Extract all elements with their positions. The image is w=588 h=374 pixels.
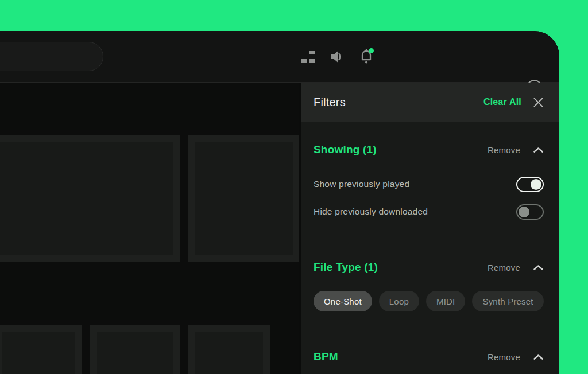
filter-section-bpm: BPM Remove — [301, 332, 559, 374]
remove-filter-button[interactable]: Remove — [488, 263, 520, 272]
toggle-show-previously-played[interactable] — [516, 177, 544, 192]
filters-panel: Filters Clear All Showing (1) — [299, 83, 559, 374]
chip-loop[interactable]: Loop — [379, 291, 419, 311]
toggle-label: Show previously played — [314, 179, 409, 189]
notifications-bell-icon[interactable] — [358, 48, 374, 66]
filter-section-file-type: File Type (1) Remove One-Shot Loop MIDI … — [301, 241, 559, 332]
app-window: Credits 1639 User — [0, 31, 559, 374]
filters-panel-header: Filters Clear All — [301, 83, 559, 122]
chevron-up-icon[interactable] — [533, 147, 544, 153]
toggle-knob — [519, 207, 529, 217]
section-actions: Remove — [488, 145, 544, 155]
file-type-chips: One-Shot Loop MIDI Synth Preset — [314, 291, 544, 311]
chip-synth-preset[interactable]: Synth Preset — [472, 291, 543, 311]
search-input[interactable] — [0, 42, 103, 71]
section-header: File Type (1) Remove — [314, 260, 544, 275]
top-bar: Credits 1639 User — [0, 31, 559, 83]
grid-square — [309, 51, 315, 54]
volume-icon[interactable] — [328, 49, 345, 65]
card-artwork — [195, 332, 263, 374]
section-header: Showing (1) Remove — [314, 142, 544, 157]
section-title: BPM — [314, 350, 338, 363]
section-title: File Type (1) — [314, 261, 378, 274]
page-background: Credits 1639 User — [0, 0, 588, 374]
grid-view-icon[interactable] — [301, 50, 315, 64]
card-artwork — [0, 142, 173, 255]
chevron-up-icon[interactable] — [533, 264, 544, 271]
section-actions: Remove — [488, 352, 544, 362]
remove-filter-button[interactable]: Remove — [488, 352, 520, 362]
placeholder-card[interactable] — [0, 325, 82, 374]
placeholder-card[interactable] — [188, 325, 270, 374]
chip-one-shot[interactable]: One-Shot — [314, 291, 372, 311]
toggle-label: Hide previously downloaded — [314, 207, 428, 217]
close-icon[interactable] — [533, 97, 544, 108]
placeholder-card[interactable] — [90, 325, 180, 374]
card-artwork — [195, 142, 293, 255]
remove-filter-button[interactable]: Remove — [488, 145, 520, 155]
toggle-row: Show previously played — [314, 176, 544, 192]
chevron-up-icon[interactable] — [533, 354, 544, 360]
toggle-row: Hide previously downloaded — [314, 204, 544, 220]
notification-badge-dot — [369, 48, 374, 53]
card-artwork — [2, 332, 75, 374]
section-header: BPM Remove — [314, 349, 544, 364]
grid-square — [301, 59, 307, 63]
placeholder-card[interactable] — [188, 135, 300, 262]
section-actions: Remove — [488, 263, 544, 272]
toggle-knob — [531, 179, 541, 190]
card-artwork — [97, 332, 173, 374]
clear-all-button[interactable]: Clear All — [483, 97, 521, 107]
filters-title: Filters — [314, 96, 346, 109]
placeholder-card[interactable] — [0, 135, 180, 262]
chip-midi[interactable]: MIDI — [426, 291, 465, 311]
grid-square — [309, 59, 315, 63]
section-title: Showing (1) — [314, 143, 377, 156]
toggle-hide-previously-downloaded[interactable] — [516, 204, 544, 220]
filter-section-showing: Showing (1) Remove Show previously playe… — [301, 122, 559, 241]
filters-header-actions: Clear All — [483, 97, 544, 108]
